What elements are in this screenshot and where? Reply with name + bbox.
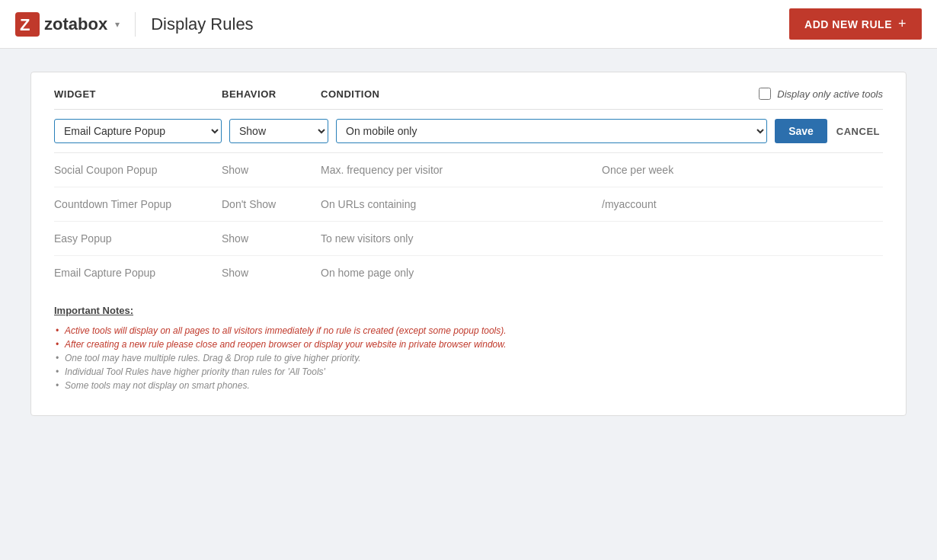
cancel-button[interactable]: CANCEL (833, 120, 883, 143)
row-behavior: Show (222, 267, 321, 279)
notes-list-item: After creating a new rule please close a… (54, 338, 883, 351)
notes-list-item: One tool may have multiple rules. Drag &… (54, 351, 883, 365)
behavior-select[interactable]: Show Don't Show (229, 119, 328, 143)
edit-row: Email Capture Popup Social Coupon Popup … (54, 110, 883, 153)
display-only-active-checkbox[interactable] (759, 88, 771, 100)
row-condition: On URLs containing (321, 198, 602, 210)
condition-select[interactable]: On mobile only On desktop only On all de… (336, 119, 767, 143)
rules-card: WIDGET BEHAVIOR CONDITION Display only a… (30, 72, 907, 416)
row-condition2: Once per week (602, 164, 883, 176)
display-only-active-label: Display only active tools (777, 88, 883, 100)
plus-icon: + (898, 16, 907, 32)
notes-list-item: Active tools will display on all pages t… (54, 324, 883, 338)
row-condition2: /myaccount (602, 198, 883, 210)
row-condition: On home page only (321, 267, 602, 279)
table-row[interactable]: Countdown Timer Popup Don't Show On URLs… (54, 187, 883, 222)
data-rows-container: Social Coupon Popup Show Max. frequency … (54, 153, 883, 290)
notes-section: Important Notes: Active tools will displ… (54, 305, 883, 392)
row-widget: Easy Popup (54, 232, 222, 245)
notes-list-item: Individual Tool Rules have higher priori… (54, 365, 883, 379)
svg-text:Z: Z (20, 15, 30, 34)
col-header-condition: CONDITION (321, 88, 759, 100)
widget-select[interactable]: Email Capture Popup Social Coupon Popup … (54, 119, 222, 143)
table-row[interactable]: Social Coupon Popup Show Max. frequency … (54, 153, 883, 187)
chevron-down-icon: ▾ (115, 19, 120, 30)
table-row[interactable]: Email Capture Popup Show On home page on… (54, 256, 883, 290)
notes-title: Important Notes: (54, 305, 883, 316)
page-title: Display Rules (151, 14, 789, 34)
add-new-rule-button[interactable]: ADD NEW RULE + (789, 8, 922, 40)
logo-text: zotabox (44, 14, 107, 34)
add-new-rule-label: ADD NEW RULE (804, 18, 892, 30)
row-behavior: Show (222, 164, 321, 176)
notes-list: Active tools will display on all pages t… (54, 324, 883, 392)
row-condition: Max. frequency per visitor (321, 164, 602, 176)
row-widget: Email Capture Popup (54, 267, 222, 279)
display-only-active-toggle[interactable]: Display only active tools (759, 88, 883, 100)
logo-icon: Z (15, 12, 40, 37)
table-header: WIDGET BEHAVIOR CONDITION Display only a… (54, 88, 883, 110)
table-row[interactable]: Easy Popup Show To new visitors only (54, 222, 883, 256)
main-content: WIDGET BEHAVIOR CONDITION Display only a… (0, 49, 937, 439)
notes-list-item: Some tools may not display on smart phon… (54, 379, 883, 392)
edit-row-actions: Save CANCEL (775, 119, 883, 143)
logo-area[interactable]: Z zotabox ▾ (15, 12, 136, 37)
row-behavior: Show (222, 232, 321, 245)
app-header: Z zotabox ▾ Display Rules ADD NEW RULE + (0, 0, 937, 49)
row-condition: To new visitors only (321, 232, 602, 245)
row-widget: Social Coupon Popup (54, 164, 222, 176)
col-header-behavior: BEHAVIOR (222, 88, 321, 100)
col-header-widget: WIDGET (54, 88, 222, 100)
save-button[interactable]: Save (775, 119, 827, 143)
row-behavior: Don't Show (222, 198, 321, 210)
row-widget: Countdown Timer Popup (54, 198, 222, 210)
